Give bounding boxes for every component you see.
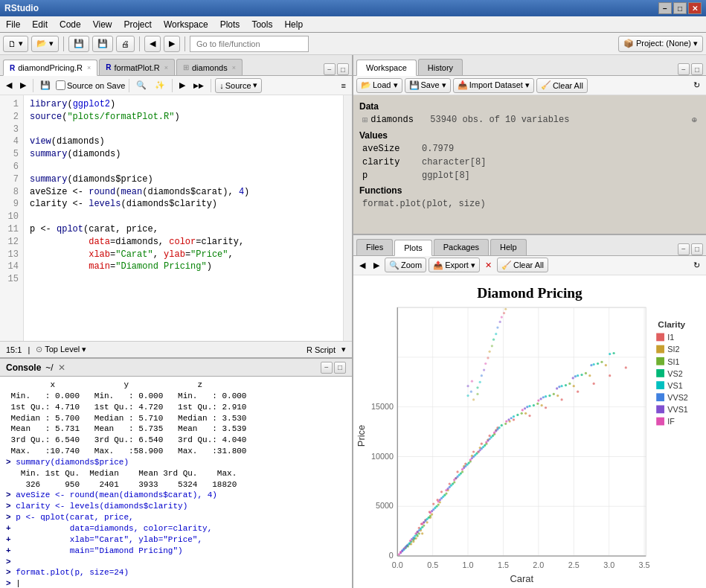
menu-code[interactable]: Code xyxy=(54,16,87,32)
svg-point-77 xyxy=(521,412,523,415)
workspace-tab-bar: Workspace History − □ xyxy=(353,55,706,76)
plots-refresh-btn[interactable]: ↻ xyxy=(690,258,703,272)
print-button[interactable]: 🖨 xyxy=(116,36,135,52)
save-all-button[interactable]: 💾 xyxy=(92,36,113,52)
clear-all-btn[interactable]: 🧹 Clear All xyxy=(536,78,588,93)
editor-toolbar: ◀ ▶ 💾 Source on Save 🔍 ✨ ▶ ▶▶ ↓ Source xyxy=(0,76,352,95)
save-button[interactable]: 💾 xyxy=(68,36,89,52)
console-content[interactable]: x y z Min. : 0.000 Min. : 0.000 Min. : 0… xyxy=(0,377,352,588)
ws-save-btn[interactable]: 💾 Save ▾ xyxy=(405,78,451,93)
svg-point-192 xyxy=(471,380,473,382)
open-file-button[interactable]: 📂▾ xyxy=(31,36,59,52)
project-selector[interactable]: 📦 Project: (None) ▾ xyxy=(618,36,703,52)
tab-files[interactable]: Files xyxy=(356,239,393,255)
editor-maximize-btn[interactable]: □ xyxy=(337,63,349,75)
export-btn[interactable]: 📤 Export ▾ xyxy=(429,258,480,272)
tab-packages[interactable]: Packages xyxy=(434,239,489,255)
new-file-button[interactable]: 🗋▾ xyxy=(3,36,28,52)
workspace-content: Data ⊞ diamonds 53940 obs. of 10 variabl… xyxy=(353,95,706,234)
plot-area: Diamond Pricing xyxy=(353,275,706,588)
tab-workspace[interactable]: Workspace xyxy=(356,60,417,76)
editor-status-bar: 15:1 | ⊙ Top Level ▾ R Script ▾ xyxy=(0,341,352,357)
svg-text:2.0: 2.0 xyxy=(533,560,544,569)
close-button[interactable]: ✕ xyxy=(688,2,702,14)
zoom-icon: 🔍 xyxy=(389,261,399,270)
plots-back-btn[interactable]: ◀ xyxy=(356,258,368,272)
ws-row-clarity[interactable]: clarity character[8] xyxy=(359,156,700,169)
menu-project[interactable]: Project xyxy=(118,16,158,32)
tab-close-2[interactable]: × xyxy=(164,64,168,71)
svg-point-21 xyxy=(440,490,443,493)
editor-search-btn[interactable]: 🔍 xyxy=(133,78,150,93)
back-button[interactable]: ◀ xyxy=(144,36,161,52)
editor-minimize-btn[interactable]: − xyxy=(324,63,336,75)
tab-plots[interactable]: Plots xyxy=(394,240,431,256)
menu-view[interactable]: View xyxy=(87,16,118,32)
svg-point-173 xyxy=(409,540,411,542)
editor-back-btn[interactable]: ◀ xyxy=(3,78,15,93)
source-btn[interactable]: ↓ Source ▾ xyxy=(215,78,261,93)
load-btn[interactable]: 📂 Load ▾ xyxy=(356,78,402,93)
source-on-save-checkbox[interactable] xyxy=(56,80,65,90)
maximize-button[interactable]: □ xyxy=(673,2,687,14)
editor-separator-1 xyxy=(33,79,33,92)
tab-diamonds[interactable]: ⊞ diamonds × xyxy=(176,59,243,75)
tab-help[interactable]: Help xyxy=(490,239,527,255)
menu-workspace[interactable]: Workspace xyxy=(158,16,214,32)
tab-format-plot[interactable]: R formatPlot.R × xyxy=(99,59,175,75)
svg-point-198 xyxy=(483,368,485,371)
editor-forward-btn[interactable]: ▶ xyxy=(17,78,29,93)
editor-save-btn[interactable]: 💾 xyxy=(37,78,54,93)
svg-point-168 xyxy=(556,387,558,389)
import-icon: 📥 xyxy=(458,80,468,90)
tab-diamond-pricing[interactable]: R diamondPricing.R × xyxy=(3,60,97,76)
menu-tools[interactable]: Tools xyxy=(246,16,278,32)
menu-file[interactable]: File xyxy=(0,16,26,32)
code-editor[interactable]: 123456789101112131415 library(ggplot2) s… xyxy=(0,95,352,341)
workspace-refresh-btn[interactable]: ↻ xyxy=(690,78,703,93)
editor-scrollbar[interactable] xyxy=(343,95,352,341)
workspace-maximize-btn[interactable]: □ xyxy=(691,63,703,75)
svg-point-203 xyxy=(492,338,495,340)
forward-button[interactable]: ▶ xyxy=(164,36,180,52)
workspace-minimize-btn[interactable]: − xyxy=(678,63,690,75)
editor-area: R diamondPricing.R × R formatPlot.R × ⊞ … xyxy=(0,55,352,357)
line-numbers: 123456789101112131415 xyxy=(0,95,24,341)
files-minimize-btn[interactable]: − xyxy=(678,243,690,255)
menu-edit[interactable]: Edit xyxy=(26,16,54,32)
svg-point-104 xyxy=(597,362,599,365)
plots-forward-btn[interactable]: ▶ xyxy=(370,258,382,272)
menu-help[interactable]: Help xyxy=(278,16,309,32)
minimize-button[interactable]: − xyxy=(658,2,672,14)
editor-options-btn[interactable]: ≡ xyxy=(338,78,349,93)
run-all-btn[interactable]: ▶▶ xyxy=(190,78,207,93)
svg-text:VVS2: VVS2 xyxy=(667,393,688,402)
svg-point-200 xyxy=(487,357,489,359)
tab-close-3[interactable]: × xyxy=(232,64,236,71)
source-on-save-label[interactable]: Source on Save xyxy=(56,80,125,90)
import-dataset-btn[interactable]: 📥 Import Dataset ▾ xyxy=(453,78,534,93)
zoom-btn[interactable]: 🔍 Zoom xyxy=(385,258,426,272)
editor-separator-2 xyxy=(129,79,129,92)
code-content[interactable]: library(ggplot2) source("plots/formatPlo… xyxy=(24,95,343,341)
run-btn[interactable]: ▶ xyxy=(176,78,188,93)
diamond-pricing-plot: Diamond Pricing xyxy=(353,275,706,588)
files-maximize-btn[interactable]: □ xyxy=(691,243,703,255)
clear-all-plots-btn[interactable]: 🧹 Clear All xyxy=(497,258,548,272)
remove-plot-btn[interactable]: ✕ xyxy=(482,258,495,272)
ws-row-p[interactable]: p ggplot[8] xyxy=(359,169,700,182)
svg-point-190 xyxy=(470,390,472,392)
console-minimize-btn[interactable]: − xyxy=(321,362,333,374)
ws-row-format-plot[interactable]: format.plot(plot, size) xyxy=(359,197,700,211)
tab-history[interactable]: History xyxy=(418,59,463,75)
console-maximize-btn[interactable]: □ xyxy=(334,362,346,374)
svg-rect-227 xyxy=(656,333,664,341)
ws-row-diamonds[interactable]: ⊞ diamonds 53940 obs. of 10 variables ⊕ xyxy=(359,113,700,127)
expand-icon: ⊕ xyxy=(692,115,697,126)
search-input[interactable] xyxy=(190,36,309,52)
ws-row-avesize[interactable]: aveSize 0.7979 xyxy=(359,142,700,156)
editor-magic-btn[interactable]: ✨ xyxy=(152,78,168,93)
svg-point-148 xyxy=(574,375,577,377)
console-clear-icon[interactable]: ✕ xyxy=(58,362,65,373)
menu-plots[interactable]: Plots xyxy=(214,16,246,32)
